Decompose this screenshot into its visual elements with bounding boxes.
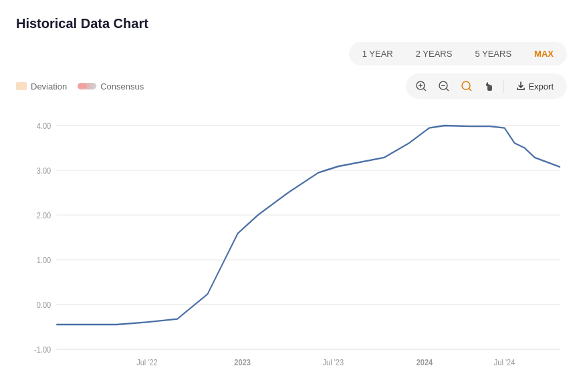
time-button-group: 1 YEAR 2 YEARS 5 YEARS MAX — [349, 42, 567, 65]
consensus-swatch — [78, 83, 96, 89]
legend-deviation: Deviation — [16, 81, 67, 91]
x-label-2024: 2024 — [417, 357, 433, 367]
x-label-jul23: Jul '23 — [323, 357, 344, 367]
time-btn-max[interactable]: MAX — [523, 45, 564, 63]
deviation-label: Deviation — [31, 81, 67, 91]
y-label-minus100: -1.00 — [34, 345, 51, 355]
pan-button[interactable] — [479, 76, 499, 96]
y-label-300: 3.00 — [37, 166, 51, 176]
y-label-100: 1.00 — [37, 255, 51, 265]
svg-line-8 — [469, 89, 472, 91]
zoom-in-button[interactable] — [411, 76, 431, 96]
page-title: Historical Data Chart — [16, 16, 567, 31]
time-controls: 1 YEAR 2 YEARS 5 YEARS MAX — [16, 42, 567, 65]
svg-line-6 — [447, 89, 449, 91]
consensus-label: Consensus — [100, 81, 144, 91]
chart-toolbar: Export — [406, 73, 567, 99]
toolbar-divider — [503, 79, 504, 93]
export-button[interactable]: Export — [508, 79, 562, 94]
x-label-jul22: Jul '22 — [136, 357, 158, 367]
y-label-000: 0.00 — [37, 300, 51, 310]
time-btn-5years[interactable]: 5 YEARS — [464, 45, 522, 63]
legend-toolbar-row: Deviation Consensus — [16, 73, 567, 99]
time-btn-2years[interactable]: 2 YEARS — [405, 45, 463, 63]
legend: Deviation Consensus — [16, 81, 144, 91]
y-label-400: 4.00 — [37, 121, 51, 131]
search-zoom-button[interactable] — [457, 76, 477, 96]
time-btn-1year[interactable]: 1 YEAR — [352, 45, 404, 63]
chart-svg: 4.00 3.00 2.00 1.00 0.00 -1.00 Jul '22 2… — [16, 110, 567, 381]
svg-line-3 — [424, 89, 427, 91]
y-label-200: 2.00 — [37, 210, 51, 220]
chart-line — [56, 126, 560, 325]
deviation-swatch — [16, 82, 27, 90]
zoom-out-button[interactable] — [434, 76, 454, 96]
x-label-2023: 2023 — [234, 357, 251, 367]
chart-area: 4.00 3.00 2.00 1.00 0.00 -1.00 Jul '22 2… — [16, 110, 567, 381]
export-label: Export — [528, 81, 554, 91]
svg-point-7 — [462, 81, 470, 89]
x-label-jul24: Jul '24 — [494, 357, 515, 367]
legend-consensus: Consensus — [78, 81, 144, 91]
